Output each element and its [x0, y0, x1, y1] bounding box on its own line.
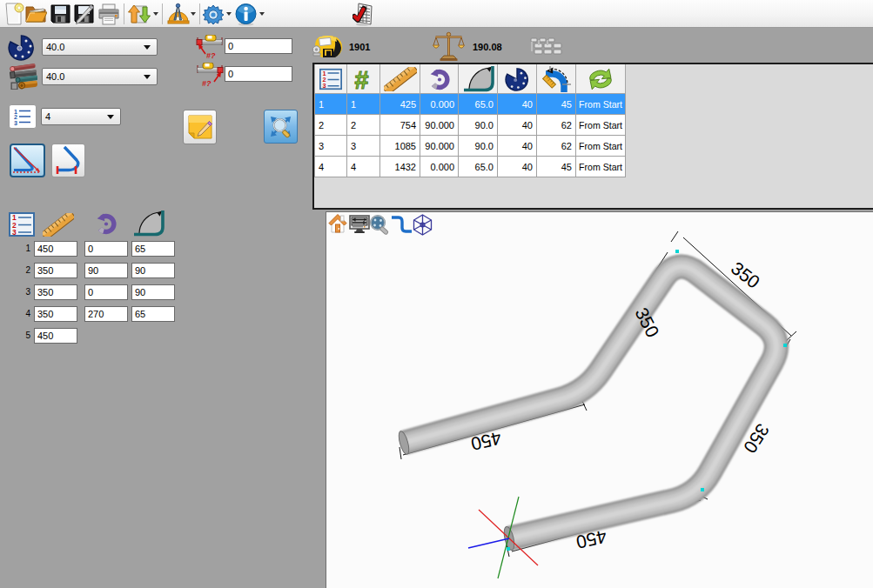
svg-text:3: 3: [12, 228, 17, 237]
svg-text:3: 3: [322, 82, 326, 90]
svg-text:#: #: [354, 67, 369, 91]
svg-text:3: 3: [14, 119, 17, 126]
svg-text:#?: #?: [206, 51, 216, 59]
svg-text:#?: #?: [202, 79, 212, 87]
